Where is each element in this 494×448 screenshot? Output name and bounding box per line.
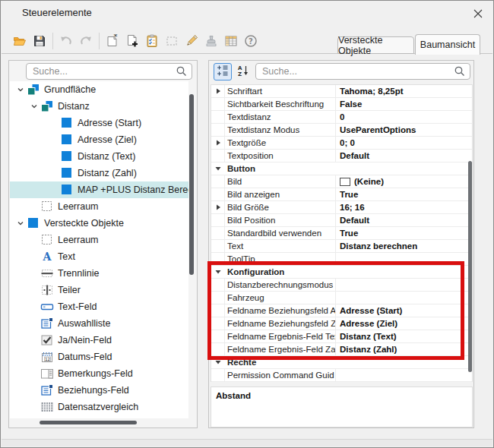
tree-item[interactable]: Versteckte Objekte (10, 215, 188, 232)
property-row[interactable]: Textdistanz0 (211, 111, 472, 124)
tree-item[interactable]: Beziehungs-Feld (10, 382, 188, 399)
tree-item[interactable]: Leerraum (10, 232, 188, 248)
property-value[interactable]: (Keine) (336, 175, 472, 188)
property-row[interactable]: Fahrzeug (211, 292, 472, 304)
category-row[interactable]: Button (211, 162, 472, 175)
help-button[interactable]: ? (244, 34, 258, 48)
property-value[interactable]: Distanz (Text) (336, 330, 472, 342)
property-row[interactable]: TextDistanz berechnen (211, 240, 472, 253)
chevron-down-icon[interactable] (16, 85, 27, 94)
tree-item[interactable]: Leerraum (10, 198, 188, 215)
property-value[interactable] (336, 253, 472, 265)
collapse-icon[interactable] (211, 356, 225, 368)
tree-item[interactable]: AText (10, 248, 188, 265)
svg-text:A: A (238, 65, 242, 71)
chevron-down-icon[interactable] (30, 102, 40, 111)
property-row[interactable]: Bild anzeigenTrue (211, 188, 472, 201)
property-value[interactable]: True (336, 188, 472, 200)
property-row[interactable]: Textgröße0; 0 (211, 137, 472, 150)
property-value[interactable]: 16; 16 (336, 201, 472, 213)
property-row[interactable]: TextpositionDefault (211, 150, 472, 162)
property-search-input[interactable] (256, 64, 451, 79)
grid-vertical-scrollbar[interactable] (468, 161, 472, 372)
property-value[interactable]: Default (336, 214, 472, 226)
property-row[interactable]: Bild Größe16; 16 (211, 201, 472, 214)
property-value[interactable]: Adresse (Start) (336, 304, 472, 317)
tab-versteckte-objekte[interactable]: Versteckte Objekte (337, 36, 414, 54)
tree-vertical-scrollbar[interactable] (189, 94, 194, 275)
new-form-button[interactable]: * (106, 34, 119, 48)
property-value[interactable] (336, 279, 472, 291)
property-row[interactable]: Feldname Beziehungsfeld AktuellAdresse (… (211, 304, 472, 317)
tree-item[interactable]: Teiler (10, 282, 188, 298)
tree-item[interactable]: Adresse (Ziel) (10, 131, 188, 148)
checklist-button[interactable] (145, 34, 159, 48)
save-button[interactable] (33, 34, 46, 48)
property-row[interactable]: Bild PositionDefault (211, 214, 472, 227)
property-row[interactable]: Feldname Ergebnis-Feld ZahlDistanz (Zahl… (211, 343, 472, 356)
categorized-view-button[interactable] (214, 63, 232, 80)
row-gutter (211, 369, 225, 381)
property-value[interactable]: UseParentOptions (336, 124, 472, 136)
property-value[interactable]: Default (336, 150, 472, 162)
tree-item[interactable]: 12Datums-Feld (10, 349, 188, 365)
property-row[interactable]: Permission Command Guid (211, 369, 472, 382)
collapse-icon[interactable] (211, 266, 225, 278)
property-value[interactable]: True (336, 227, 472, 239)
redo-button[interactable] (79, 34, 93, 48)
property-value[interactable]: Distanz (Zahl) (336, 343, 472, 355)
alphabetical-sort-button[interactable]: AZ (234, 63, 252, 80)
edit-pencil-button[interactable] (185, 34, 198, 48)
row-gutter (211, 111, 225, 123)
tab-baumansicht[interactable]: Baumansicht (415, 34, 480, 55)
selection-button[interactable] (165, 34, 179, 48)
property-value[interactable] (336, 292, 472, 304)
property-row[interactable]: Distanzberechnungsmodus (211, 279, 472, 292)
category-row[interactable]: Rechte (211, 356, 472, 369)
property-row[interactable]: Feldname Ergebnis-Feld TextDistanz (Text… (211, 330, 472, 343)
property-row[interactable]: Textdistanz ModusUseParentOptions (211, 124, 472, 137)
tree-item[interactable]: Distanz (10, 98, 188, 115)
tree-item[interactable]: Bemerkungs-Feld (10, 365, 188, 382)
tree-search-input[interactable] (27, 64, 173, 79)
property-row[interactable]: Sichtbarkeit BeschriftungFalse (211, 98, 472, 111)
table-button[interactable] (224, 34, 238, 48)
tree-item[interactable]: Distanz (Text) (10, 148, 188, 165)
property-row[interactable]: SchriftartTahoma; 8,25pt (211, 85, 472, 98)
tree-item[interactable]: Text-Feld (10, 298, 188, 315)
undo-icon (59, 34, 73, 48)
property-value[interactable]: Distanz berechnen (336, 240, 472, 252)
tree-item[interactable]: Distanz (Zahl) (10, 165, 188, 181)
property-value[interactable]: 0; 0 (336, 137, 472, 149)
separator-icon (40, 267, 54, 280)
stamp-button[interactable] (204, 34, 218, 48)
chevron-down-icon[interactable] (16, 219, 27, 228)
property-row[interactable]: Bild(Keine) (211, 175, 472, 188)
open-button[interactable] (13, 34, 27, 48)
tree-item[interactable]: Trennlinie (10, 265, 188, 282)
expand-icon[interactable] (211, 201, 225, 213)
tree-item[interactable]: MAP +PLUS Distanz Berechnen (10, 181, 188, 198)
property-value[interactable]: False (336, 98, 472, 110)
tree-item[interactable]: Adresse (Start) (10, 115, 188, 131)
expand-icon[interactable] (211, 85, 225, 97)
tree-item[interactable]: Ja/Nein-Feld (10, 332, 188, 349)
property-row[interactable]: Standardbild verwendenTrue (211, 227, 472, 240)
undo-button[interactable] (59, 34, 73, 48)
close-button[interactable] (470, 8, 486, 21)
property-value[interactable]: Adresse (Ziel) (336, 317, 472, 330)
property-row[interactable]: Feldname Beziehungsfeld ZielAdresse (Zie… (211, 317, 472, 330)
property-row[interactable]: ToolTip (211, 253, 472, 266)
tree-horizontal-scrollbar[interactable] (40, 421, 137, 424)
property-value[interactable]: 0 (336, 111, 472, 123)
collapse-icon[interactable] (211, 162, 225, 175)
tree-item[interactable]: Datensatzvergleich (10, 399, 188, 415)
add-control-button[interactable] (125, 34, 139, 48)
tree-item[interactable]: Grundfläche (10, 81, 188, 98)
expand-icon[interactable] (211, 137, 225, 149)
property-value[interactable] (336, 369, 472, 381)
tree-item[interactable]: Auswahlliste (10, 315, 188, 332)
stamp-icon (204, 34, 218, 48)
property-value[interactable]: Tahoma; 8,25pt (336, 85, 472, 97)
category-row[interactable]: Konfiguration (211, 266, 472, 279)
